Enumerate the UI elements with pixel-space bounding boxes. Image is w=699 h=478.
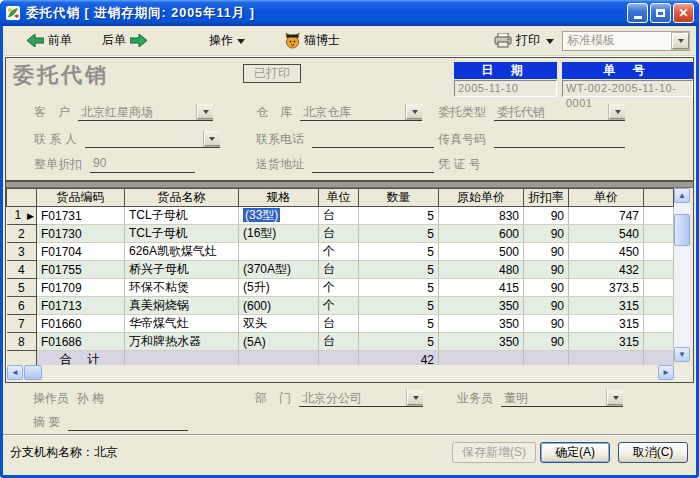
table-cell[interactable]: F01686 — [37, 333, 125, 351]
table-row[interactable]: 6F01713真美焖烧锅(600)个535090315 — [7, 297, 674, 315]
vertical-scrollbar[interactable]: ▲ ▼ — [674, 188, 690, 362]
template-combobox[interactable]: 标准模板 — [562, 31, 690, 51]
customer-input[interactable]: 北京红星商场 — [78, 104, 213, 121]
print-options-caret-icon[interactable] — [546, 39, 554, 48]
table-cell[interactable]: 315 — [569, 333, 644, 351]
table-cell[interactable] — [644, 225, 674, 243]
customer-dropdown-button[interactable] — [197, 104, 213, 119]
table-cell[interactable]: 真美焖烧锅 — [125, 297, 239, 315]
table-cell[interactable]: F01704 — [37, 243, 125, 261]
table-cell[interactable]: TCL子母机 — [125, 225, 239, 243]
scroll-right-button[interactable]: ► — [658, 365, 674, 380]
prev-order-button[interactable]: 前单 — [27, 32, 72, 49]
date-value[interactable]: 2005-11-10 — [454, 80, 557, 97]
table-cell[interactable]: F01713 — [37, 297, 125, 315]
row-number-cell[interactable]: 7 — [7, 315, 37, 333]
table-cell[interactable]: 5 — [359, 225, 439, 243]
table-row[interactable]: 5F01709环保不粘煲(5升)个541590373.5 — [7, 279, 674, 297]
table-cell[interactable]: 600 — [439, 225, 524, 243]
table-cell[interactable]: 个 — [319, 279, 359, 297]
table-cell[interactable]: 90 — [524, 279, 569, 297]
table-cell[interactable]: 华帝煤气灶 — [125, 315, 239, 333]
table-cell[interactable]: 台 — [319, 315, 359, 333]
table-cell[interactable] — [644, 207, 674, 225]
col-header-price[interactable]: 单价 — [569, 189, 644, 207]
row-number-cell[interactable]: 3 — [7, 243, 37, 261]
horizontal-scrollbar[interactable]: ◄ ► — [7, 365, 692, 381]
close-button[interactable]: ✕ — [673, 3, 694, 23]
vertical-scroll-thumb[interactable] — [674, 214, 690, 246]
table-cell[interactable]: F01731 — [37, 207, 125, 225]
col-header-name[interactable]: 货品名称 — [125, 189, 239, 207]
table-cell[interactable] — [644, 261, 674, 279]
table-cell[interactable] — [644, 297, 674, 315]
table-cell[interactable]: 个 — [319, 297, 359, 315]
table-cell[interactable]: 315 — [569, 297, 644, 315]
table-cell[interactable]: 万和牌热水器 — [125, 333, 239, 351]
warehouse-input[interactable]: 北京仓库 — [300, 104, 422, 121]
fax-input[interactable] — [494, 131, 625, 148]
table-cell[interactable]: 90 — [524, 261, 569, 279]
table-cell[interactable]: 350 — [439, 297, 524, 315]
table-cell[interactable]: (370A型) — [239, 261, 319, 279]
table-cell[interactable]: 315 — [569, 315, 644, 333]
horizontal-scroll-thumb[interactable] — [24, 365, 42, 380]
summary-input[interactable] — [68, 414, 188, 431]
table-cell[interactable]: 432 — [569, 261, 644, 279]
col-header-qty[interactable]: 数量 — [359, 189, 439, 207]
table-row[interactable]: 3F01704626A凯歌煤气灶个550090450 — [7, 243, 674, 261]
orderno-value[interactable]: WT-002-2005-11-10-0001 — [562, 80, 693, 97]
next-order-button[interactable]: 后单 — [102, 32, 147, 49]
row-number-cell[interactable]: 5 — [7, 279, 37, 297]
consign-type-dropdown-button[interactable] — [609, 104, 625, 119]
col-header-code[interactable]: 货品编码 — [37, 189, 125, 207]
department-dropdown-button[interactable] — [407, 390, 423, 405]
phone-input[interactable] — [312, 131, 434, 148]
col-header-spec[interactable]: 规格 — [239, 189, 319, 207]
table-cell[interactable]: 5 — [359, 261, 439, 279]
table-row[interactable]: 1▶F01731TCL子母机(33型)台583090747 — [7, 207, 674, 225]
contact-dropdown-button[interactable] — [204, 131, 220, 146]
table-cell[interactable] — [644, 279, 674, 297]
table-cell[interactable]: 台 — [319, 261, 359, 279]
table-cell[interactable]: 5 — [359, 207, 439, 225]
titlebar[interactable]: 委托代销 [ 进销存期间: 2005年11月 ] ✕ — [0, 0, 699, 26]
salesman-input[interactable]: 董明 — [501, 390, 623, 407]
table-cell[interactable]: 个 — [319, 243, 359, 261]
table-cell[interactable]: (600) — [239, 297, 319, 315]
salesman-dropdown-button[interactable] — [607, 390, 623, 405]
scroll-down-button[interactable]: ▼ — [674, 347, 690, 362]
table-cell[interactable]: 626A凯歌煤气灶 — [125, 243, 239, 261]
row-number-cell[interactable]: 1▶ — [7, 207, 37, 225]
table-row[interactable]: 4F01755桥兴子母机(370A型)台548090432 — [7, 261, 674, 279]
table-cell[interactable]: 90 — [524, 297, 569, 315]
table-cell[interactable] — [644, 243, 674, 261]
table-cell[interactable]: (16型) — [239, 225, 319, 243]
save-new-button[interactable]: 保存新增(S) — [452, 442, 536, 463]
warehouse-dropdown-button[interactable] — [406, 104, 422, 119]
table-row[interactable]: 8F01686万和牌热水器(5A)台535090315 — [7, 333, 674, 351]
table-cell[interactable]: 500 — [439, 243, 524, 261]
address-input[interactable] — [312, 156, 434, 173]
combo-dropdown-button[interactable] — [672, 33, 689, 49]
table-cell[interactable]: F01709 — [37, 279, 125, 297]
table-row[interactable]: 7F01660华帝煤气灶双头台535090315 — [7, 315, 674, 333]
consign-type-input[interactable]: 委托代销 — [494, 104, 625, 121]
minimize-button[interactable] — [627, 3, 648, 23]
table-row[interactable]: 2F01730TCL子母机(16型)台560090540 — [7, 225, 674, 243]
table-cell[interactable]: 台 — [319, 225, 359, 243]
table-cell[interactable]: 540 — [569, 225, 644, 243]
table-cell[interactable]: 830 — [439, 207, 524, 225]
table-cell[interactable]: 桥兴子母机 — [125, 261, 239, 279]
table-cell[interactable]: 90 — [524, 333, 569, 351]
scroll-left-button[interactable]: ◄ — [7, 365, 23, 380]
table-cell[interactable]: 5 — [359, 279, 439, 297]
print-button[interactable]: 打印 — [494, 32, 540, 49]
cancel-button[interactable]: 取消(C) — [618, 442, 688, 463]
ok-button[interactable]: 确定(A) — [540, 442, 610, 463]
table-cell[interactable]: 450 — [569, 243, 644, 261]
table-cell[interactable]: 台 — [319, 333, 359, 351]
col-header-discrate[interactable]: 折扣率 — [524, 189, 569, 207]
cat-assistant-button[interactable]: 猫博士 — [285, 32, 340, 49]
table-cell[interactable]: 480 — [439, 261, 524, 279]
